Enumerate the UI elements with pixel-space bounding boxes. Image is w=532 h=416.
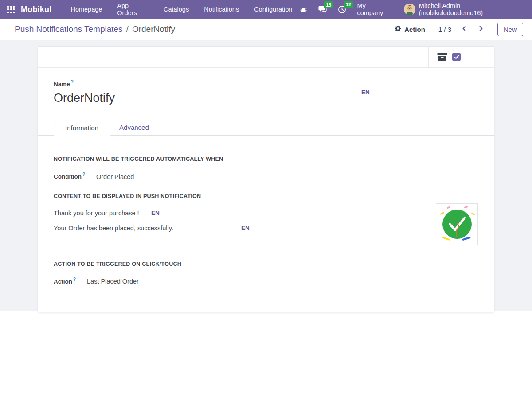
user-menu[interactable]: Mitchell Admin (mobikulodoodemo16) xyxy=(404,2,525,16)
form-statusbar xyxy=(38,47,494,68)
control-panel-right: Action 1 / 3 New xyxy=(395,23,523,36)
name-field-label: Name? xyxy=(54,79,478,88)
checked-checkbox-icon[interactable] xyxy=(452,53,461,61)
condition-help-marker: ? xyxy=(82,172,85,177)
condition-field-label: Condition? xyxy=(54,172,96,180)
form-view-content: Name? OrderNotify EN Information Advance… xyxy=(0,40,532,311)
brand-menu[interactable]: Mobikul xyxy=(21,5,51,14)
messages-icon[interactable]: 15 xyxy=(318,5,327,13)
action-field-row: Action? Last Placed Order xyxy=(54,277,478,285)
pager-previous-button[interactable] xyxy=(459,23,469,35)
messages-count-badge: 15 xyxy=(324,1,333,8)
nav-item-catalogs[interactable]: Catalogs xyxy=(156,0,196,19)
condition-field-value[interactable]: Order Placed xyxy=(96,173,134,180)
trigger-section: NOTIFICATION WILL BE TRIGGERED AUTOMATIC… xyxy=(54,156,478,180)
pager-value[interactable]: 1 / 3 xyxy=(438,26,451,33)
user-name: Mitchell Admin (mobikulodoodemo16) xyxy=(419,2,525,16)
trigger-section-title: NOTIFICATION WILL BE TRIGGERED AUTOMATIC… xyxy=(54,156,478,166)
name-field-group: Name? OrderNotify EN xyxy=(38,68,494,121)
tab-information[interactable]: Information xyxy=(54,121,110,136)
name-field-value[interactable]: OrderNotify xyxy=(54,90,478,105)
action-menu-label: Action xyxy=(404,26,425,33)
chevron-left-icon xyxy=(461,25,468,33)
systray: 15 12 My company Mitchell Admin (m xyxy=(300,2,525,16)
bug-icon[interactable] xyxy=(300,6,307,13)
gear-icon xyxy=(395,25,401,33)
content-section: CONTENT TO BE DISPLAYED IN PUSH NOTIFICA… xyxy=(54,193,478,233)
breadcrumb-parent-link[interactable]: Push Notifications Templates xyxy=(15,24,123,34)
success-checkmark-image xyxy=(438,205,476,243)
action-field-label: Action? xyxy=(54,277,87,285)
notification-body-translation-badge[interactable]: EN xyxy=(241,225,250,231)
apps-grid-icon[interactable] xyxy=(7,6,15,13)
content-section-title: CONTENT TO BE DISPLAYED IN PUSH NOTIFICA… xyxy=(54,193,478,203)
notification-body-row: Your Order has been placed, successfully… xyxy=(54,225,478,233)
archive-box-icon[interactable] xyxy=(437,52,448,62)
action-help-marker: ? xyxy=(73,277,76,282)
notification-title-row: Thank you for your purchase ! EN xyxy=(54,210,478,218)
nav-item-app-orders[interactable]: App Orders xyxy=(110,0,156,19)
name-translation-badge[interactable]: EN xyxy=(361,89,370,96)
notification-title-translation-badge[interactable]: EN xyxy=(151,210,160,216)
activities-clock-icon[interactable]: 12 xyxy=(338,5,346,14)
notification-body-value[interactable]: Your Order has been placed, successfully… xyxy=(54,225,173,232)
breadcrumb-separator: / xyxy=(126,24,129,34)
action-menu-button[interactable]: Action xyxy=(395,25,425,33)
nav-item-notifications[interactable]: Notifications xyxy=(196,0,246,19)
notebook-tabs: Information Advanced xyxy=(38,121,494,136)
activities-count-badge: 12 xyxy=(344,1,353,8)
notification-title-value[interactable]: Thank you for your purchase ! xyxy=(54,210,139,217)
action-field-value[interactable]: Last Placed Order xyxy=(87,278,139,285)
breadcrumb: Push Notifications Templates / OrderNoti… xyxy=(15,24,175,34)
nav-item-configuration[interactable]: Configuration xyxy=(246,0,300,19)
control-panel: Push Notifications Templates / OrderNoti… xyxy=(0,19,532,40)
condition-field-row: Condition? Order Placed xyxy=(54,172,478,180)
tab-information-content: NOTIFICATION WILL BE TRIGGERED AUTOMATIC… xyxy=(38,136,494,312)
name-help-marker: ? xyxy=(71,79,74,84)
page-bottom-whitespace xyxy=(0,311,532,416)
action-section: ACTION TO BE TRIGGERED ON CLICK/TOUCH Ac… xyxy=(54,261,478,285)
nav-item-homepage[interactable]: Homepage xyxy=(63,0,110,19)
top-navbar: Mobikul Homepage App Orders Catalogs Not… xyxy=(0,0,532,19)
action-section-title: ACTION TO BE TRIGGERED ON CLICK/TOUCH xyxy=(54,261,478,271)
main-menu: Homepage App Orders Catalogs Notificatio… xyxy=(63,0,300,19)
user-avatar xyxy=(404,4,415,15)
form-sheet: Name? OrderNotify EN Information Advance… xyxy=(38,47,494,312)
chevron-right-icon xyxy=(477,25,484,33)
notification-image-thumbnail[interactable] xyxy=(436,203,478,245)
tab-advanced[interactable]: Advanced xyxy=(110,120,158,135)
pager-next-button[interactable] xyxy=(476,23,486,35)
new-button[interactable]: New xyxy=(497,23,523,36)
company-menu[interactable]: My company xyxy=(357,2,393,16)
breadcrumb-current: OrderNotify xyxy=(132,24,175,34)
statusbar-right-cell xyxy=(428,47,494,67)
